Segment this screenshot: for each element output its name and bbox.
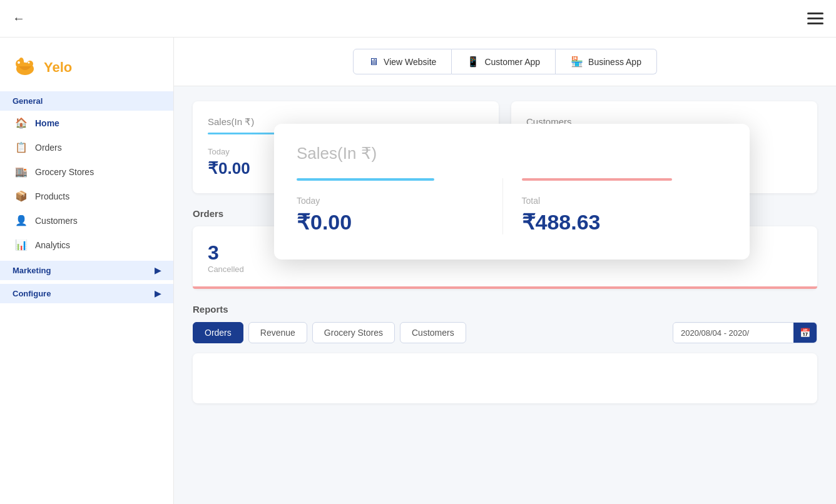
chart-area: [193, 353, 817, 403]
svg-point-5: [28, 62, 30, 64]
report-tab-orders[interactable]: Orders: [193, 322, 243, 343]
top-bar-left: ←: [13, 11, 25, 26]
hamburger-line-2: [807, 18, 823, 19]
sidebar: Yelo General 🏠 Home 📋 Orders 🏬 Grocery S…: [0, 38, 174, 504]
svg-point-2: [27, 61, 33, 67]
sales-popup: Sales(In ₹) Today ₹0.00 Total ₹488.63: [274, 124, 750, 260]
section-general-label: General: [13, 96, 43, 106]
business-app-button[interactable]: 🏪 Business App: [556, 49, 657, 74]
sidebar-item-products-label: Products: [35, 191, 69, 201]
sidebar-item-customers-label: Customers: [35, 216, 78, 226]
popup-title: Sales(In ₹): [297, 144, 727, 163]
sidebar-item-analytics[interactable]: 📊 Analytics: [0, 233, 173, 257]
sidebar-item-orders-label: Orders: [35, 143, 62, 153]
view-website-icon: 🖥: [369, 56, 379, 68]
hamburger-menu[interactable]: [807, 13, 823, 24]
orders-count: 3: [208, 241, 244, 265]
popup-today-value: ₹0.00: [297, 209, 484, 234]
dashboard: Sales(In ₹) Today ₹0.00 Customers Orders…: [174, 86, 836, 418]
sidebar-section-configure[interactable]: Configure ▶: [0, 284, 173, 303]
sidebar-section-general[interactable]: General: [0, 91, 173, 111]
report-tab-revenue[interactable]: Revenue: [248, 322, 307, 343]
orders-count-area: 3 Cancelled: [208, 241, 244, 274]
orders-bottom-bar: [193, 286, 817, 289]
section-marketing-label: Marketing: [13, 266, 51, 275]
configure-chevron-icon: ▶: [155, 289, 161, 298]
logo-icon: [13, 55, 38, 80]
reports-section: Reports Orders Revenue Grocery Stores Cu…: [193, 304, 817, 403]
customer-app-label: Customer App: [484, 57, 540, 67]
home-icon: 🏠: [15, 117, 28, 129]
popup-total-stat: Total ₹488.63: [522, 178, 728, 234]
report-tab-grocery-stores[interactable]: Grocery Stores: [312, 322, 395, 343]
hamburger-line-3: [807, 23, 823, 24]
date-picker[interactable]: 📅: [673, 322, 817, 343]
main-content: 🖥 View Website 📱 Customer App 🏪 Business…: [174, 38, 836, 504]
sidebar-item-grocery-stores[interactable]: 🏬 Grocery Stores: [0, 159, 173, 184]
sidebar-item-orders[interactable]: 📋 Orders: [0, 135, 173, 159]
popup-total-value: ₹488.63: [522, 209, 709, 234]
report-tab-customers[interactable]: Customers: [400, 322, 466, 343]
products-icon: 📦: [15, 190, 28, 202]
sidebar-item-grocery-stores-label: Grocery Stores: [35, 167, 94, 177]
popup-total-label: Total: [522, 196, 709, 206]
date-picker-button[interactable]: 📅: [793, 323, 817, 343]
sidebar-item-analytics-label: Analytics: [35, 240, 70, 250]
business-app-label: Business App: [588, 57, 641, 67]
sidebar-item-customers[interactable]: 👤 Customers: [0, 208, 173, 233]
customer-app-button[interactable]: 📱 Customer App: [452, 49, 556, 74]
customers-icon: 👤: [15, 214, 28, 226]
popup-pink-line: [522, 178, 672, 181]
top-bar: ←: [0, 0, 836, 38]
view-website-button[interactable]: 🖥 View Website: [353, 49, 452, 74]
popup-today-label: Today: [297, 196, 484, 206]
popup-today-stat: Today ₹0.00: [297, 178, 503, 234]
analytics-icon: 📊: [15, 239, 28, 251]
popup-stats: Today ₹0.00 Total ₹488.63: [297, 178, 727, 234]
reports-section-title: Reports: [193, 304, 817, 315]
orders-icon: 📋: [15, 141, 28, 153]
customer-app-icon: 📱: [467, 56, 479, 68]
sidebar-item-home[interactable]: 🏠 Home: [0, 111, 173, 135]
header-buttons-bar: 🖥 View Website 📱 Customer App 🏪 Business…: [174, 38, 836, 86]
hamburger-line-1: [807, 13, 823, 14]
reports-tabs: Orders Revenue Grocery Stores Customers …: [193, 322, 817, 343]
marketing-chevron-icon: ▶: [155, 266, 161, 275]
sidebar-item-products[interactable]: 📦 Products: [0, 184, 173, 208]
logo-text: Yelo: [44, 59, 72, 76]
business-app-icon: 🏪: [571, 56, 583, 68]
svg-point-3: [19, 58, 24, 65]
sidebar-item-home-label: Home: [35, 118, 59, 128]
svg-point-4: [18, 61, 20, 64]
sidebar-section-marketing[interactable]: Marketing ▶: [0, 261, 173, 280]
logo-area: Yelo: [0, 44, 173, 91]
grocery-stores-icon: 🏬: [15, 166, 28, 178]
back-button[interactable]: ←: [13, 11, 25, 26]
orders-cancelled-label: Cancelled: [208, 265, 244, 274]
view-website-label: View Website: [384, 57, 436, 67]
main-layout: Yelo General 🏠 Home 📋 Orders 🏬 Grocery S…: [0, 38, 836, 504]
section-configure-label: Configure: [13, 289, 51, 298]
popup-blue-line: [297, 178, 434, 181]
date-picker-input[interactable]: [673, 323, 793, 343]
